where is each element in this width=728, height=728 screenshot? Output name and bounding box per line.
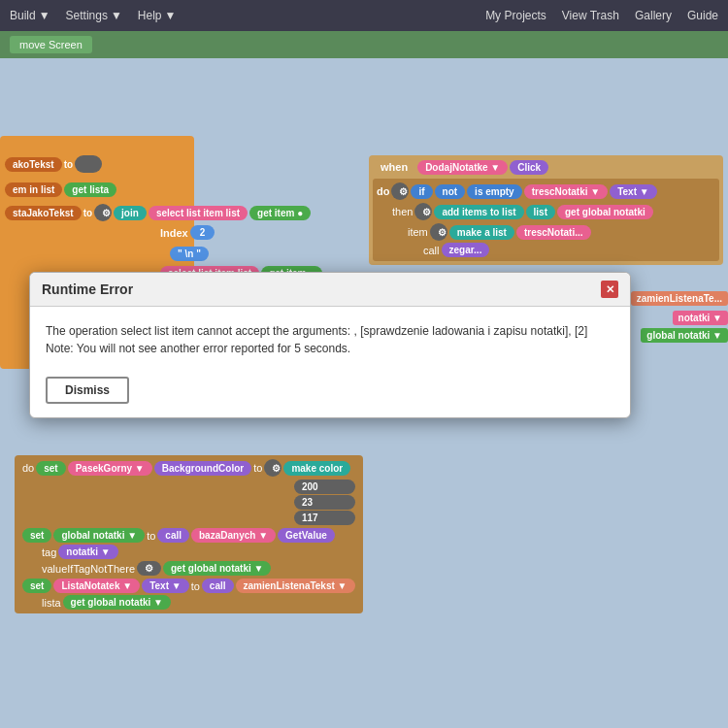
- to-text-3: to: [253, 462, 262, 474]
- settings-arrow: ▼: [111, 9, 122, 22]
- val-23: 23: [294, 495, 355, 510]
- val-117: 117: [294, 511, 355, 525]
- item-text: item: [408, 226, 428, 238]
- second-bar: move Screen: [0, 31, 728, 58]
- if-chip: if: [411, 184, 432, 199]
- build-arrow: ▼: [39, 9, 50, 22]
- nav-right: My Projects View Trash Gallery Guide: [485, 9, 718, 22]
- is-empty-chip: is empty: [467, 184, 522, 199]
- val-200: 200: [294, 480, 355, 494]
- pasek-gorny-chip: PasekGorny ▼: [68, 461, 152, 476]
- gear-chip: ⚙: [94, 204, 112, 221]
- text-chip-2: Text ▼: [142, 579, 189, 593]
- global-notatki-chip-2: global notatki ▼: [53, 528, 145, 543]
- call-chip: call: [157, 528, 189, 543]
- when-block-container: when DodajNotatke ▼ Click do ⚙ if not is…: [369, 155, 723, 265]
- set-global-row: set global notatki ▼ to call bazaDanych …: [22, 528, 355, 543]
- build-label: Build: [10, 9, 36, 22]
- modal-body: The operation select list item cannot ac…: [30, 307, 630, 369]
- baza-danych-chip: bazaDanych ▼: [191, 528, 276, 543]
- global-notatki-clip-block: global notatki ▼: [641, 328, 728, 343]
- nav-my-projects[interactable]: My Projects: [485, 9, 546, 22]
- color-values: 200 23 117: [22, 480, 355, 525]
- runtime-error-modal: Runtime Error ✕ The operation select lis…: [29, 272, 631, 418]
- nav-help[interactable]: Help ▼: [138, 9, 177, 22]
- call-chip-2: call: [202, 579, 234, 593]
- to-text-5: to: [191, 580, 200, 592]
- lista-notatek-chip: ListaNotatek ▼: [53, 579, 140, 593]
- lista-row: lista get global notatki ▼: [22, 595, 355, 610]
- do-gear: ⚙: [391, 182, 409, 200]
- get-global-notatki-chip: get global notatki: [557, 205, 653, 219]
- nav-view-trash[interactable]: View Trash: [562, 9, 619, 22]
- ako-tekst-block-row: akoTekst to: [5, 155, 102, 173]
- modal-title-bar: Runtime Error ✕: [30, 273, 630, 307]
- then-text: then: [392, 206, 413, 217]
- to-text-4: to: [147, 530, 155, 542]
- do-text: do: [377, 185, 389, 197]
- text-chip: Text ▼: [610, 184, 657, 199]
- connector-chip-1: [75, 155, 102, 173]
- notatki-clip-block: notatki ▼: [673, 311, 728, 325]
- get-item-chip: get item ●: [249, 206, 311, 220]
- modal-message: The operation select list item cannot ac…: [46, 324, 587, 355]
- then-gear: ⚙: [414, 203, 432, 220]
- canvas: akoTekst to em in list get lista staJako…: [0, 58, 728, 728]
- when-row: when DodajNotatke ▼ Click: [373, 159, 719, 175]
- tag-text: tag: [42, 546, 56, 558]
- list-chip: list: [526, 205, 555, 219]
- set-chip-3: set: [22, 579, 51, 593]
- help-label: Help: [138, 9, 162, 22]
- make-color-chip: make color: [283, 461, 350, 476]
- tresc-notatki-chip: trescNotatki ▼: [524, 184, 608, 199]
- to-label-1: to: [64, 159, 73, 170]
- when-text: when: [373, 159, 415, 175]
- do-label-row: do ⚙ if not is empty trescNotatki ▼ Text…: [377, 182, 715, 200]
- modal-footer: Dismiss: [30, 369, 630, 417]
- modal-title: Runtime Error: [42, 281, 133, 297]
- dodaj-notatke-chip: DodajNotatke ▼: [417, 160, 508, 175]
- make-list-chip: make a list: [449, 225, 514, 240]
- do-set-container: do set PasekGorny ▼ BackgroundColor to ⚙…: [15, 455, 363, 613]
- make-color-gear: ⚙: [264, 459, 281, 477]
- call-text: call: [423, 245, 440, 256]
- click-chip: Click: [510, 160, 548, 175]
- dismiss-button[interactable]: Dismiss: [46, 377, 129, 404]
- do-text-2: do: [22, 462, 34, 474]
- get-global-notatki-chip-3: get global notatki ▼: [63, 595, 171, 610]
- nav-build[interactable]: Build ▼: [10, 9, 50, 22]
- to-label-2: to: [83, 208, 92, 218]
- get-global-notatki-chip-2: get global notatki ▼: [163, 561, 271, 576]
- get-lista-chip: get lista: [64, 182, 116, 197]
- newline-row: " \n ": [170, 247, 209, 261]
- add-items-chip: add items to list: [434, 205, 523, 219]
- bg-color-chip: BackgroundColor: [154, 461, 251, 476]
- index-value-chip: 2: [190, 225, 215, 240]
- value-tag-text: valueIfTagNotThere: [42, 563, 135, 575]
- nav-guide[interactable]: Guide: [687, 9, 718, 22]
- sta-jako-tekst-chip: staJakoTekst: [5, 206, 82, 220]
- zamien-chip: zamienListenaTekst ▼: [236, 579, 355, 593]
- em-chip: em in list: [5, 182, 62, 197]
- zegar-chip: zegar...: [442, 243, 490, 257]
- modal-close-button[interactable]: ✕: [601, 281, 618, 298]
- em-list-row: em in list get lista: [5, 182, 116, 197]
- nav-settings[interactable]: Settings ▼: [66, 9, 122, 22]
- set-label-chip: set: [36, 461, 65, 476]
- set-chip-2: set: [22, 528, 51, 543]
- newline-chip: " \n ": [170, 247, 209, 261]
- index-label: Index: [160, 227, 188, 239]
- move-screen-button[interactable]: move Screen: [10, 36, 92, 53]
- notatki-val-chip: notatki ▼: [58, 545, 117, 559]
- value-tag-row: valueIfTagNotThere ⚙ get global notatki …: [22, 561, 355, 576]
- item-gear: ⚙: [430, 223, 447, 241]
- tag-row: tag notatki ▼: [22, 545, 355, 559]
- select-list-chip: select list item list: [149, 206, 248, 220]
- do-block: do ⚙ if not is empty trescNotatki ▼ Text…: [373, 179, 719, 261]
- do-set-row: do set PasekGorny ▼ BackgroundColor to ⚙…: [22, 459, 355, 477]
- nav-gallery[interactable]: Gallery: [635, 9, 672, 22]
- lista-text: lista: [42, 597, 61, 609]
- set-lista-row: set ListaNotatek ▼ Text ▼ to call zamien…: [22, 579, 355, 593]
- top-nav: Build ▼ Settings ▼ Help ▼ My Projects Vi…: [0, 0, 728, 31]
- gear-chip-2: ⚙: [137, 561, 161, 576]
